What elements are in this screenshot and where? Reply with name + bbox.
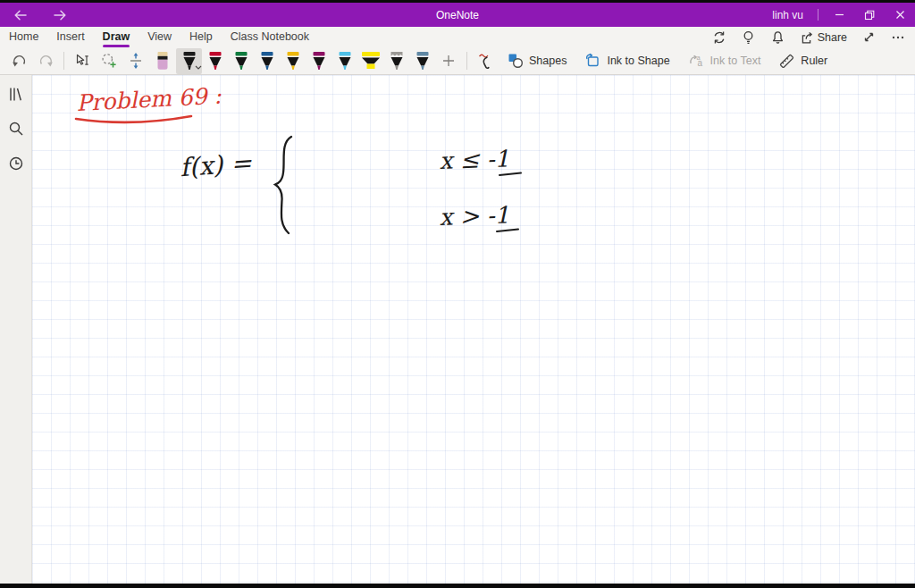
add-pen-button[interactable] <box>435 48 462 74</box>
share-label: Share <box>818 31 847 44</box>
tab-home[interactable]: Home <box>0 27 47 47</box>
pen-green-pen[interactable] <box>228 48 254 74</box>
left-sidebar <box>0 75 32 584</box>
ink-underline-bottom[interactable] <box>497 230 518 232</box>
lasso-select-button[interactable] <box>96 48 122 74</box>
toolbar-separator <box>466 52 467 70</box>
undo-button[interactable] <box>5 48 32 74</box>
share-icon <box>800 30 814 45</box>
svg-text:a: a <box>697 58 702 68</box>
share-button[interactable]: Share <box>796 30 851 45</box>
tab-help[interactable]: Help <box>180 27 222 47</box>
more-options-button[interactable] <box>886 28 910 47</box>
redo-button[interactable] <box>32 48 59 74</box>
ink-condition-bottom[interactable]: x > -1 <box>439 201 509 231</box>
bell-icon <box>771 30 785 45</box>
ink-underline-top[interactable] <box>499 173 521 176</box>
notifications-button[interactable] <box>767 28 790 47</box>
back-arrow-icon <box>13 9 28 21</box>
pen-gray-pencil[interactable] <box>383 48 409 74</box>
ink-to-text-label: Ink to Text <box>710 55 761 67</box>
ink-to-shape-button[interactable]: Ink to Shape <box>575 48 678 74</box>
ink-heading-problem-69[interactable]: Problem 69 : <box>76 83 222 116</box>
shapes-icon <box>508 53 524 69</box>
expand-icon <box>862 30 876 44</box>
plus-icon <box>441 53 457 69</box>
back-button[interactable] <box>7 3 34 27</box>
ink-to-shape-label: Ink to Shape <box>607 55 669 67</box>
user-name[interactable]: linh vu <box>772 9 803 21</box>
ink-to-text-button: a a Ink to Text <box>679 48 770 74</box>
chevron-down-icon <box>195 57 202 73</box>
ink-condition-top[interactable]: x ≤ -1 <box>439 145 509 174</box>
lightbulb-icon <box>742 30 755 45</box>
tab-insert[interactable]: Insert <box>47 27 93 47</box>
tab-draw[interactable]: Draw <box>94 27 139 47</box>
restore-icon <box>864 10 875 21</box>
tab-class-notebook[interactable]: Class Notebook <box>222 27 318 47</box>
ink-layer: Problem 69 : f(x) = x ≤ -1 x > -1 <box>32 75 915 584</box>
sync-icon <box>712 30 726 45</box>
pen-black-pen[interactable] <box>176 48 202 74</box>
menubar: Home Insert Draw View Help Class Noteboo… <box>0 27 915 47</box>
restore-button[interactable] <box>854 3 885 27</box>
minimize-icon <box>835 10 844 20</box>
ruler-label: Ruler <box>801 55 827 67</box>
shapes-button[interactable]: Shapes <box>499 48 575 74</box>
ink-replay-icon <box>477 52 494 70</box>
undo-icon <box>11 53 28 70</box>
ruler-button[interactable]: Ruler <box>769 48 836 74</box>
forward-arrow-icon <box>53 9 67 21</box>
ruler-icon <box>778 53 795 70</box>
titlebar: OneNote linh vu <box>0 3 915 27</box>
select-cursor-icon <box>74 53 91 69</box>
tab-view[interactable]: View <box>139 27 180 47</box>
eraser-icon <box>154 51 172 71</box>
onenote-window: OneNote linh vu <box>0 0 915 588</box>
pen-blue-pen[interactable] <box>254 48 280 74</box>
eraser-tool[interactable] <box>149 48 176 74</box>
draw-toolbar: Shapes Ink to Shape a a Ink to Text <box>0 47 915 75</box>
sync-button[interactable] <box>708 28 731 47</box>
minimize-button[interactable] <box>824 3 854 27</box>
pen-gallery <box>176 48 435 74</box>
notebooks-icon <box>7 86 24 103</box>
select-objects-button[interactable] <box>69 48 96 74</box>
pen-magenta-pen[interactable] <box>306 48 332 74</box>
titlebar-divider <box>818 9 818 21</box>
search-button[interactable] <box>5 118 27 139</box>
pen-gold-pen[interactable] <box>280 48 306 74</box>
ribbon-tabs: Home Insert Draw View Help Class Noteboo… <box>0 27 318 47</box>
insert-space-icon <box>127 52 145 70</box>
recent-notes-button[interactable] <box>5 153 27 174</box>
ink-heading-underline[interactable] <box>76 116 191 122</box>
forward-button[interactable] <box>46 3 73 27</box>
page-canvas[interactable]: Problem 69 : f(x) = x ≤ -1 x > -1 <box>32 75 915 584</box>
ellipsis-icon <box>891 31 905 44</box>
lasso-icon <box>100 52 118 70</box>
search-icon <box>8 121 24 137</box>
ink-replay-button[interactable] <box>472 48 499 74</box>
ink-curly-brace[interactable] <box>275 137 291 233</box>
toolbar-separator <box>63 52 64 70</box>
full-screen-button[interactable] <box>857 28 880 47</box>
clock-icon <box>8 155 24 172</box>
pen-yellow-highlighter[interactable] <box>357 48 383 74</box>
pen-red-pen[interactable] <box>202 48 228 74</box>
pen-steel-pen[interactable] <box>409 48 435 74</box>
letterbox-bottom <box>0 584 915 588</box>
redo-icon <box>38 53 55 70</box>
shapes-label: Shapes <box>529 55 567 67</box>
pen-cyan-pen[interactable] <box>332 48 357 74</box>
close-button[interactable] <box>885 3 915 27</box>
notebooks-button[interactable] <box>5 83 27 105</box>
ink-to-text-icon: a a <box>688 53 705 69</box>
insert-space-button[interactable] <box>122 48 149 74</box>
ink-to-shape-icon <box>584 53 601 69</box>
tell-me-button[interactable] <box>737 28 760 47</box>
ink-function-def[interactable]: f(x) = <box>179 148 253 183</box>
close-icon <box>895 10 905 20</box>
